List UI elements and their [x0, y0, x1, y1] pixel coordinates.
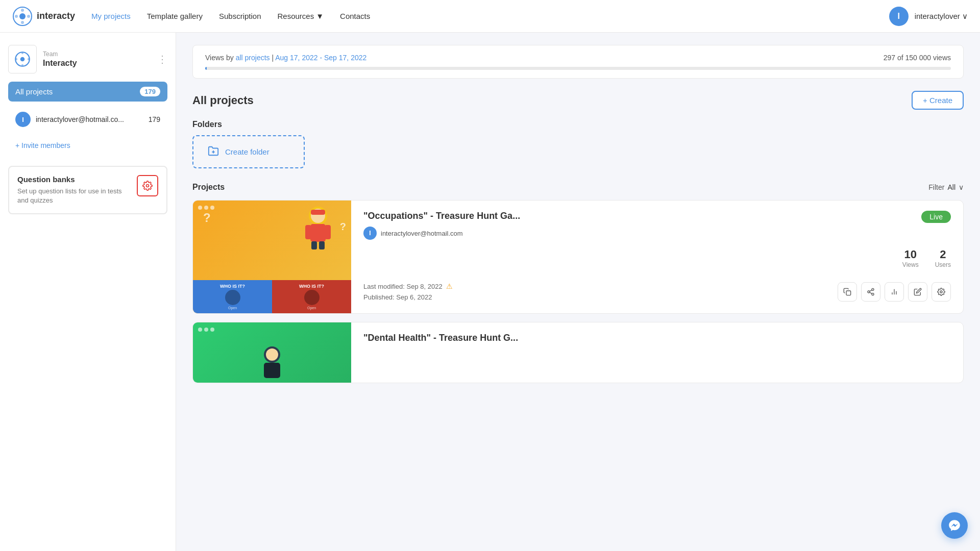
question-banks-desc: Set up question lists for use in tests a…: [17, 187, 131, 205]
folder-icon: [208, 145, 219, 158]
svg-point-9: [21, 52, 23, 54]
views-progress-bar: [205, 67, 951, 70]
folders-label: Folders: [192, 120, 964, 129]
views-bar: Views by all projects | Aug 17, 2022 - S…: [192, 45, 964, 79]
question-banks-title: Question banks: [17, 175, 131, 184]
project-card: ? ? OCCUPATIONS WHO IS IT? Open WHO IS I: [192, 200, 964, 314]
svg-rect-19: [325, 225, 331, 239]
settings-icon: [937, 288, 945, 296]
team-menu-button[interactable]: ⋮: [157, 53, 167, 65]
nav-subscription[interactable]: Subscription: [219, 12, 261, 20]
team-card: Team Interacty ⋮: [8, 45, 167, 73]
svg-point-25: [872, 288, 874, 290]
duplicate-icon: [843, 288, 851, 296]
svg-point-4: [15, 15, 18, 18]
svg-point-2: [21, 9, 24, 12]
settings-button[interactable]: [932, 282, 951, 302]
fireman-illustration: [300, 206, 336, 252]
question-banks-info: Question banks Set up question lists for…: [17, 175, 131, 205]
question-banks-settings-button[interactable]: [137, 175, 158, 196]
nav-template-gallery[interactable]: Template gallery: [147, 12, 203, 20]
duplicate-button[interactable]: [838, 282, 857, 302]
logo[interactable]: interacty: [12, 6, 75, 27]
projects-label: Projects: [192, 183, 225, 192]
project-info-2: "Dental Health" - Treasure Hunt G...: [351, 322, 963, 383]
svg-point-12: [28, 58, 30, 60]
user-count: 179: [149, 115, 160, 123]
project-card-inner: ? ? OCCUPATIONS WHO IS IT? Open WHO IS I: [193, 201, 963, 313]
stats-button[interactable]: [885, 282, 904, 302]
nav-my-projects[interactable]: My projects: [91, 12, 131, 20]
views-progress-fill: [205, 67, 207, 70]
svg-point-36: [266, 348, 278, 361]
status-badge: Live: [921, 211, 951, 223]
invite-members-button[interactable]: + Invite members: [8, 137, 167, 154]
users-value: 2: [935, 248, 951, 261]
svg-point-27: [872, 293, 874, 295]
svg-line-28: [870, 292, 872, 294]
messenger-icon: [948, 519, 961, 532]
views-stat: 10 Views: [902, 248, 919, 268]
share-button[interactable]: [861, 282, 880, 302]
section-header: All projects + Create: [192, 91, 964, 110]
create-folder-button[interactable]: Create folder: [192, 135, 305, 168]
team-label: Team: [43, 51, 77, 58]
dot-2: [204, 206, 208, 210]
dot-3: [210, 206, 214, 210]
team-info: Team Interacty: [8, 45, 77, 73]
project-dates: Last modified: Sep 8, 2022 ⚠ Published: …: [363, 281, 453, 303]
team-logo-icon: [10, 47, 35, 71]
svg-rect-18: [305, 225, 311, 239]
edit-button[interactable]: [908, 282, 927, 302]
project-top: "Occupations" - Treasure Hunt Ga... I in…: [363, 211, 951, 248]
chat-bubble-button[interactable]: [941, 512, 968, 539]
thumbnail-dental: [193, 322, 351, 383]
user-avatar[interactable]: I: [889, 7, 909, 26]
project-meta: Last modified: Sep 8, 2022 ⚠ Published: …: [363, 281, 951, 303]
user-avatar-small: I: [15, 112, 31, 127]
pencil-icon: [914, 288, 922, 296]
svg-point-13: [146, 185, 149, 187]
nav-resources[interactable]: Resources ▼: [278, 12, 324, 20]
svg-line-29: [870, 290, 872, 291]
project-actions: [838, 282, 951, 302]
question-mark-2: ?: [340, 221, 346, 233]
svg-point-3: [21, 21, 24, 24]
gear-icon: [142, 181, 153, 191]
sub-thumb-2: WHO IS IT? Open: [272, 280, 351, 313]
nav-contacts[interactable]: Contacts: [340, 12, 370, 20]
svg-rect-23: [311, 210, 325, 215]
project-info: "Occupations" - Treasure Hunt Ga... I in…: [351, 201, 963, 313]
question-banks-card: Question banks Set up question lists for…: [8, 166, 167, 214]
project-details: "Occupations" - Treasure Hunt Ga... I in…: [363, 211, 520, 248]
users-stat: 2 Users: [935, 248, 951, 268]
bar-chart-icon: [890, 288, 898, 296]
username[interactable]: interactylover ∨: [915, 12, 968, 21]
filter-value: All: [947, 183, 955, 191]
views-count: 297 of 150 000 views: [884, 54, 951, 62]
sub-thumbnails: WHO IS IT? Open WHO IS IT? Open: [193, 280, 351, 313]
all-projects-item[interactable]: All projects 179: [8, 82, 167, 102]
nav: My projects Template gallery Subscriptio…: [91, 12, 889, 20]
sub-thumb-1: WHO IS IT? Open: [193, 280, 272, 313]
dot-3: [210, 328, 214, 332]
create-button[interactable]: + Create: [912, 91, 964, 110]
dot-2: [204, 328, 208, 332]
filter-dropdown[interactable]: Filter All ∨: [928, 183, 964, 191]
thumbnail-dots: [198, 206, 214, 210]
svg-rect-17: [310, 224, 326, 242]
project-card-2: "Dental Health" - Treasure Hunt G...: [192, 322, 964, 383]
question-mark-1: ?: [203, 211, 211, 225]
project-title-2: "Dental Health" - Treasure Hunt G...: [363, 333, 951, 343]
logo-icon: [12, 6, 33, 27]
svg-rect-21: [319, 241, 325, 249]
main-content: Views by all projects | Aug 17, 2022 - S…: [176, 33, 980, 551]
thumbnail-occupations: ? ? OCCUPATIONS WHO IS IT? Open WHO IS I: [193, 201, 351, 313]
svg-point-11: [15, 58, 17, 60]
svg-point-10: [21, 64, 23, 66]
chevron-down-icon: ▼: [316, 12, 324, 20]
svg-rect-35: [264, 363, 280, 378]
user-item: I interactylover@hotmail.co... 179: [8, 108, 167, 131]
project-user: I interactylover@hotmail.com: [363, 227, 520, 240]
create-folder-label: Create folder: [225, 147, 270, 156]
